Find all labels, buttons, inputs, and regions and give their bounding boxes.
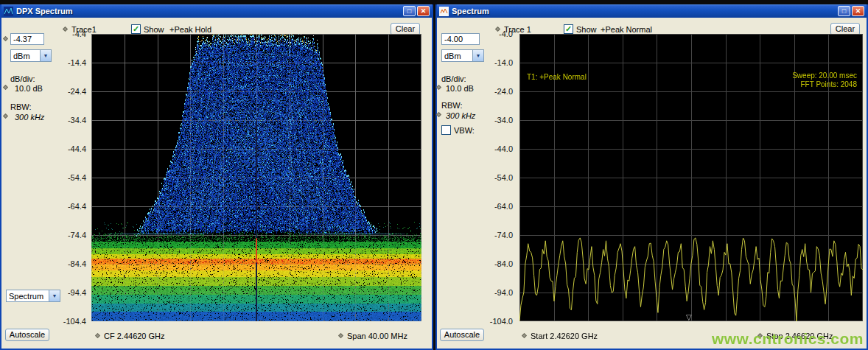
- y-axis-tick-label: -74.0: [485, 231, 513, 239]
- sweep-annotation: Sweep: 20.00 msec: [758, 71, 857, 80]
- restore-button[interactable]: □: [838, 6, 850, 16]
- close-button[interactable]: ✕: [417, 6, 430, 16]
- diamond-icon: [95, 333, 100, 338]
- chevron-down-icon: ▼: [472, 50, 483, 61]
- y-axis-tick-label: -54.0: [485, 173, 513, 182]
- y-axis-tick-label: -14.4: [58, 58, 86, 67]
- screen: DPX Spectrum □ ✕ Trace1 ✓ Show +Peak Hol…: [0, 0, 868, 350]
- span-label[interactable]: Span 40.00 MHz: [347, 332, 407, 340]
- display-mode-value: Spectrum: [7, 292, 49, 301]
- detector-label: +Peak Normal: [601, 25, 652, 34]
- show-checkbox[interactable]: ✓: [564, 24, 573, 34]
- diamond-icon: [436, 85, 441, 90]
- spectrum-content: Trace 1 ✓ Show +Peak Normal Clear dBm ▼ …: [437, 18, 867, 349]
- center-marker-icon[interactable]: ▽: [686, 313, 692, 321]
- show-label: Show: [144, 25, 164, 34]
- dpx-spectrum-window: DPX Spectrum □ ✕ Trace1 ✓ Show +Peak Hol…: [0, 4, 433, 350]
- diamond-icon: [436, 112, 441, 117]
- diamond-icon: [338, 333, 343, 338]
- db-div-value: 10.0 dB: [446, 84, 474, 93]
- diamond-icon: [3, 36, 8, 41]
- y-axis-tick-label: -104.4: [58, 317, 86, 326]
- autoscale-button[interactable]: Autoscale: [440, 329, 484, 341]
- unit-select[interactable]: dBm ▼: [10, 49, 52, 62]
- y-axis-tick-label: -84.0: [485, 259, 513, 268]
- y-axis-tick-label: -104.0: [485, 317, 513, 326]
- unit-value: dBm: [11, 52, 40, 60]
- dpx-window-icon: [4, 7, 13, 16]
- autoscale-button[interactable]: Autoscale: [5, 329, 49, 341]
- y-axis-tick-label: -74.4: [58, 231, 86, 239]
- center-frequency-label[interactable]: CF 2.44620 GHz: [104, 332, 165, 340]
- fft-points-annotation: FFT Points: 2048: [758, 80, 857, 88]
- y-axis-tick-label: -34.0: [485, 116, 513, 125]
- spectrum-window-title: Spectrum: [452, 7, 489, 15]
- start-frequency-label[interactable]: Start 2.42620 GHz: [531, 332, 598, 340]
- y-axis-tick-label: -84.4: [58, 259, 86, 268]
- diamond-icon: [3, 113, 8, 119]
- restore-button[interactable]: □: [403, 6, 416, 16]
- diamond-icon: [3, 85, 8, 90]
- y-axis-tick-label: -24.4: [58, 87, 86, 96]
- detector-label: +Peak Hold: [169, 25, 211, 34]
- y-axis-tick-label: -64.4: [58, 202, 86, 211]
- y-axis-tick-label: -94.4: [58, 288, 86, 297]
- y-axis-tick-label: -64.0: [485, 202, 513, 211]
- chevron-down-icon: ▼: [40, 50, 51, 61]
- unit-select[interactable]: dBm ▼: [441, 49, 484, 62]
- vbw-label: VBW:: [454, 126, 475, 135]
- spectrum-y-axis: -4.0-14.0-24.0-34.0-44.0-54.0-64.0-74.0-…: [487, 18, 515, 350]
- db-div-label: dB/div:: [10, 74, 35, 83]
- spectrum-titlebar[interactable]: Spectrum □ ✕: [437, 4, 867, 18]
- trace-annotation: T1: +Peak Normal: [527, 73, 587, 81]
- dpx-plot-area[interactable]: [91, 34, 421, 321]
- y-axis-tick-label: -4.4: [58, 29, 86, 38]
- y-axis-tick-label: -24.0: [485, 87, 513, 96]
- rbw-value: 300 kHz: [446, 111, 475, 120]
- ref-level-input[interactable]: [10, 33, 44, 45]
- diamond-icon: [522, 333, 527, 338]
- watermark: www.cntronics.com: [712, 330, 864, 348]
- dpx-window-title: DPX Spectrum: [16, 7, 72, 15]
- y-axis-tick-label: -54.4: [58, 173, 86, 182]
- dpx-y-axis: -4.4-14.4-24.4-34.4-44.4-54.4-64.4-74.4-…: [60, 18, 88, 350]
- dpx-content: Trace1 ✓ Show +Peak Hold Clear dBm ▼ dB/…: [1, 18, 432, 349]
- vbw-checkbox[interactable]: [441, 125, 451, 135]
- show-label: Show: [576, 25, 597, 34]
- dpx-persistence-display: [91, 34, 421, 321]
- close-button[interactable]: ✕: [852, 6, 864, 16]
- db-div-value: 10.0 dB: [15, 84, 43, 93]
- spectrum-window: Spectrum □ ✕ Trace 1 ✓ Show +Peak Normal…: [435, 4, 868, 350]
- spectrum-window-icon: [439, 7, 449, 16]
- y-axis-tick-label: -44.4: [58, 144, 86, 153]
- y-axis-tick-label: -14.0: [485, 58, 513, 67]
- rbw-label: RBW:: [10, 102, 32, 111]
- dpx-titlebar[interactable]: DPX Spectrum □ ✕: [1, 4, 432, 18]
- show-checkbox[interactable]: ✓: [131, 24, 141, 34]
- unit-value: dBm: [442, 52, 472, 60]
- y-axis-tick-label: -94.0: [485, 288, 513, 297]
- display-mode-select[interactable]: Spectrum ▼: [6, 290, 60, 302]
- ref-level-input[interactable]: [441, 33, 480, 45]
- y-axis-tick-label: -44.0: [485, 144, 513, 153]
- y-axis-tick-label: -4.0: [485, 29, 513, 38]
- y-axis-tick-label: -34.4: [58, 116, 86, 125]
- rbw-label: RBW:: [441, 101, 463, 110]
- db-div-label: dB/div:: [441, 74, 466, 83]
- rbw-value: 300 kHz: [15, 113, 44, 122]
